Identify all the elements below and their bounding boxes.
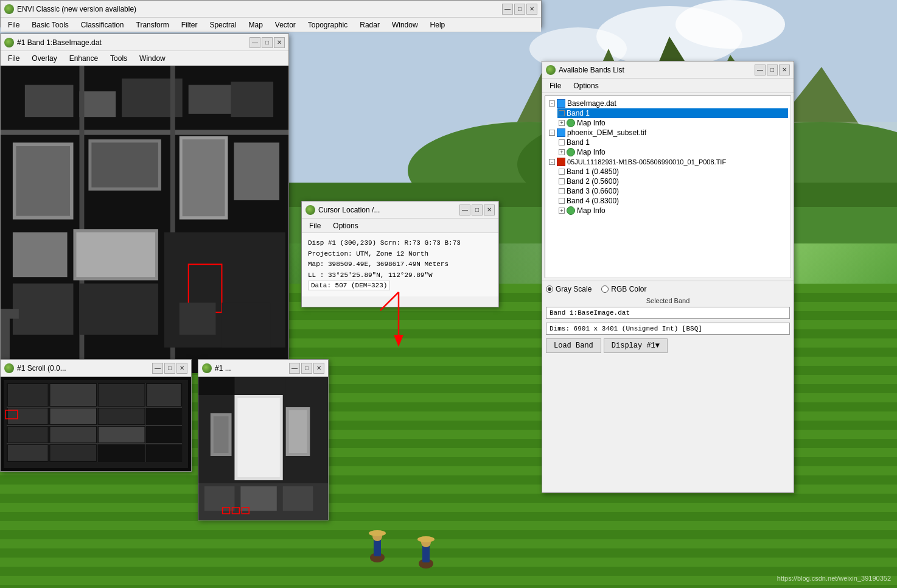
bands-titlebar: Available Bands List — □ ✕ [542, 61, 794, 79]
img-minimize-button[interactable]: — [250, 37, 260, 48]
menu-vector[interactable]: Vector [270, 19, 301, 30]
cursor-close-button[interactable]: ✕ [484, 205, 495, 215]
svg-rect-79 [8, 445, 48, 461]
bands-maximize-button[interactable]: □ [767, 65, 778, 75]
svg-point-25 [417, 536, 435, 542]
grayscale-radio[interactable]: Gray Scale [546, 285, 592, 293]
cursor-maximize-button[interactable]: □ [472, 205, 483, 215]
tree-item-baseimage-band1[interactable]: Band 1 [557, 108, 788, 118]
bands-menu-options[interactable]: Options [568, 80, 603, 91]
scroll-img-svg [1, 377, 191, 471]
zoom-maximize-button[interactable]: □ [301, 363, 312, 374]
tree-item-tif05-band1[interactable]: Band 1 (0.4850) [557, 167, 788, 177]
satellite-img-svg [1, 66, 288, 373]
bands-tree[interactable]: - BaseImage.dat Band 1 + Map Info - phoe… [545, 96, 791, 278]
dims-label: Dims [550, 325, 565, 332]
menu-basic-tools[interactable]: Basic Tools [27, 19, 73, 30]
scroll-title: #1 Scroll (0.0... [17, 364, 66, 373]
tree-item-baseimage[interactable]: - BaseImage.dat [548, 99, 788, 108]
tree-label-baseimage-mapinfo: Map Info [577, 119, 606, 127]
tree-item-baseimage-mapinfo[interactable]: + Map Info [557, 118, 788, 128]
img-close-button[interactable]: ✕ [274, 37, 285, 48]
menu-spectral[interactable]: Spectral [204, 19, 241, 30]
rgb-radio[interactable]: RGB Color [601, 285, 646, 293]
display-button[interactable]: Display #1▼ [604, 338, 668, 353]
file-icon-baseimage [557, 99, 565, 108]
satellite-image-display[interactable] [1, 66, 288, 373]
menu-topographic[interactable]: Topographic [303, 19, 352, 30]
checkbox-tif05-band4[interactable] [559, 198, 565, 204]
img-maximize-button[interactable]: □ [262, 37, 273, 48]
cursor-loc-title: Cursor Location /... [318, 206, 380, 214]
img-menu-overlay[interactable]: Overlay [27, 53, 61, 64]
checkbox-tif05-band2[interactable] [559, 178, 565, 184]
checkbox-phoenix-band1[interactable] [559, 139, 565, 145]
svg-rect-77 [50, 427, 96, 443]
menu-classification[interactable]: Classification [76, 19, 129, 30]
tree-item-tif05[interactable]: - 05JUL11182931-M1BS-005606990010_01_P00… [548, 157, 788, 167]
expand-tif05-mapinfo[interactable]: + [559, 208, 565, 214]
zoom-minimize-button[interactable]: — [289, 363, 300, 374]
scroll-icon [4, 363, 14, 373]
tree-item-phoenix[interactable]: - phoenix_DEM_subset.tif [548, 128, 788, 138]
tree-item-tif05-band3[interactable]: Band 3 (0.6600) [557, 186, 788, 196]
svg-rect-73 [8, 408, 48, 424]
minimize-button[interactable]: — [502, 4, 513, 15]
zoom-image[interactable] [198, 377, 328, 520]
tree-item-phoenix-band1[interactable]: Band 1 [557, 138, 788, 147]
menu-help[interactable]: Help [425, 19, 450, 30]
img-title-left: #1 Band 1:BaseImage.dat [4, 38, 102, 47]
load-band-button[interactable]: Load Band [546, 338, 601, 353]
envi-main-controls: — □ ✕ [502, 4, 537, 15]
tree-label-tif05-band4: Band 4 (0.8300) [567, 197, 619, 205]
expand-phoenix-mapinfo[interactable]: + [559, 149, 565, 155]
img-menu-window[interactable]: Window [134, 53, 170, 64]
tree-item-phoenix-mapinfo[interactable]: + Map Info [557, 147, 788, 157]
menu-window[interactable]: Window [387, 19, 423, 30]
menu-transform[interactable]: Transform [131, 19, 174, 30]
img-menu-enhance[interactable]: Enhance [65, 53, 103, 64]
img-window-icon [4, 38, 14, 47]
action-buttons: Load Band Display #1▼ [546, 338, 790, 353]
tree-item-tif05-mapinfo[interactable]: + Map Info [557, 206, 788, 215]
expand-baseimage-mapinfo[interactable]: + [559, 120, 565, 126]
close-button[interactable]: ✕ [526, 4, 537, 15]
img-icon-tif05 [557, 158, 565, 166]
globe-icon-tif05 [567, 206, 575, 215]
menu-filter[interactable]: Filter [176, 19, 203, 30]
scroll-minimize-button[interactable]: — [152, 363, 163, 374]
bands-title-left: Available Bands List [546, 65, 624, 75]
img-menu-file[interactable]: File [3, 53, 24, 64]
svg-rect-56 [180, 303, 216, 335]
scroll-maximize-button[interactable]: □ [164, 363, 175, 374]
menu-file[interactable]: File [3, 19, 24, 30]
bands-close-button[interactable]: ✕ [779, 65, 790, 75]
svg-rect-34 [25, 85, 74, 117]
svg-rect-76 [8, 427, 48, 443]
svg-rect-37 [189, 85, 237, 114]
maximize-button[interactable]: □ [514, 4, 525, 15]
zoom-close-button[interactable]: ✕ [313, 363, 324, 374]
tree-label-phoenix-mapinfo: Map Info [577, 148, 606, 156]
expand-baseimage[interactable]: - [549, 100, 555, 107]
cursor-menu-file[interactable]: File [304, 220, 326, 231]
bands-menu-file[interactable]: File [545, 80, 566, 91]
tree-item-tif05-band4[interactable]: Band 4 (0.8300) [557, 196, 788, 206]
cursor-menu-options[interactable]: Options [328, 220, 363, 231]
checkbox-tif05-band1[interactable] [559, 169, 565, 175]
menu-radar[interactable]: Radar [355, 19, 385, 30]
svg-rect-47 [183, 139, 225, 216]
scroll-close-button[interactable]: ✕ [176, 363, 187, 374]
expand-phoenix[interactable]: - [549, 130, 555, 136]
scroll-image[interactable] [1, 377, 191, 471]
expand-tif05[interactable]: - [549, 159, 555, 165]
tree-label-tif05-mapinfo: Map Info [577, 206, 606, 215]
menu-map[interactable]: Map [243, 19, 267, 30]
img-menu-tools[interactable]: Tools [105, 53, 132, 64]
checkbox-tif05-band3[interactable] [559, 188, 565, 194]
tree-item-tif05-band2[interactable]: Band 2 (0.5600) [557, 177, 788, 186]
cursor-minimize-button[interactable]: — [459, 205, 470, 215]
svg-rect-70 [50, 384, 96, 406]
bands-minimize-button[interactable]: — [755, 65, 766, 75]
checkbox-baseimage-band1[interactable] [559, 110, 565, 116]
